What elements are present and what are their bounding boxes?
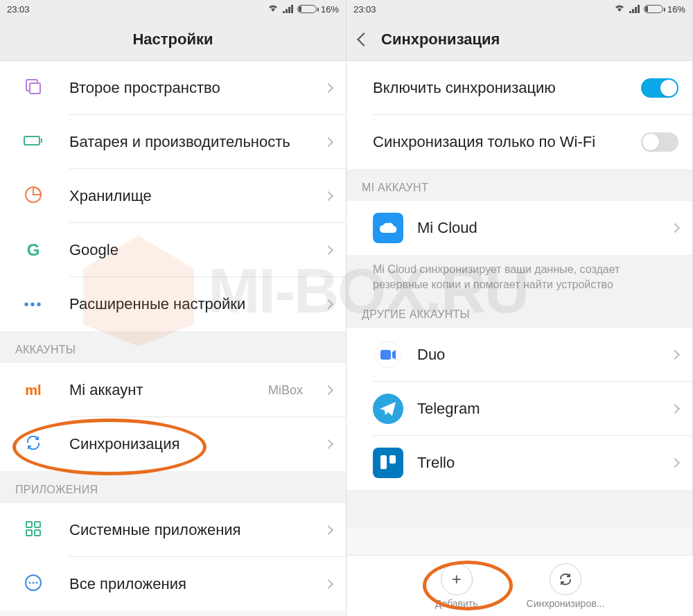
dots-circle-icon: [24, 574, 42, 595]
back-button[interactable]: [357, 33, 371, 46]
item-storage[interactable]: Хранилище: [0, 169, 346, 223]
toggle-wifi-only[interactable]: Синхронизация только по Wi-Fi: [346, 115, 692, 169]
add-account-button[interactable]: + Добавить: [435, 563, 478, 609]
svg-rect-17: [389, 455, 396, 464]
chevron-right-icon: [670, 223, 680, 233]
settings-screen: 23:03 16% Настройки Второе пространство: [0, 0, 346, 616]
signal-icon: [283, 5, 293, 13]
chevron-right-icon: [324, 439, 333, 449]
toggle-switch[interactable]: [641, 132, 678, 152]
item-second-space[interactable]: Второе пространство: [0, 61, 346, 115]
section-apps: ПРИЛОЖЕНИЯ: [0, 471, 346, 503]
wifi-icon: [267, 4, 279, 15]
svg-point-11: [33, 582, 35, 584]
page-title: Синхронизация: [381, 30, 500, 49]
status-bar: 23:03 16%: [346, 0, 692, 18]
item-label: Trello: [417, 453, 658, 473]
mi-logo-icon: ml: [25, 382, 41, 398]
item-duo[interactable]: Duo: [346, 328, 692, 382]
status-bar: 23:03 16%: [0, 0, 346, 18]
svg-rect-16: [380, 455, 387, 469]
item-battery[interactable]: Батарея и производительность: [0, 115, 346, 169]
item-google[interactable]: G Google: [0, 223, 346, 277]
toggle-enable-sync[interactable]: Включить синхронизацию: [346, 61, 692, 115]
trello-icon: [373, 448, 403, 478]
header: Настройки: [0, 18, 346, 61]
sync-icon: [550, 563, 581, 595]
wifi-icon: [614, 4, 625, 15]
battery-icon: [644, 5, 663, 13]
sync-icon: [24, 434, 42, 455]
chevron-right-icon: [324, 191, 333, 201]
item-label: Duo: [417, 345, 658, 364]
item-label: Все приложения: [69, 574, 308, 594]
item-label: Telegram: [417, 399, 658, 419]
item-label: Хранилище: [69, 186, 308, 206]
duo-icon: [373, 340, 403, 370]
status-time: 23:03: [353, 4, 376, 15]
item-advanced[interactable]: ••• Расширенные настройки: [0, 277, 346, 331]
chevron-right-icon: [324, 245, 333, 255]
chevron-right-icon: [670, 458, 680, 468]
more-icon: •••: [24, 297, 42, 313]
battery-icon: [297, 5, 317, 13]
mi-cloud-icon: [373, 213, 403, 243]
battery-pct: 16%: [321, 4, 339, 15]
settings-list[interactable]: Второе пространство Батарея и производит…: [0, 61, 346, 616]
item-label: Второе пространство: [69, 78, 308, 98]
status-time: 23:03: [7, 4, 30, 15]
chevron-right-icon: [324, 83, 333, 93]
bottom-action-bar: + Добавить Синхронизиров...: [346, 555, 693, 616]
svg-point-10: [29, 582, 31, 584]
item-system-apps[interactable]: Системные приложения: [0, 503, 346, 557]
google-icon: G: [27, 240, 40, 260]
item-mi-cloud[interactable]: Mi Cloud: [346, 201, 692, 255]
item-all-apps[interactable]: Все приложения: [0, 557, 346, 611]
item-telegram[interactable]: Telegram: [346, 382, 692, 436]
item-label: Синхронизация: [69, 434, 308, 454]
item-value: MiBox: [268, 383, 303, 398]
svg-rect-3: [41, 139, 42, 143]
add-label: Добавить: [435, 598, 478, 609]
chevron-right-icon: [324, 137, 333, 147]
storage-icon: [24, 186, 42, 206]
item-label: Включить синхронизацию: [373, 78, 641, 98]
header: Синхронизация: [346, 18, 692, 61]
section-other-accounts: ДРУГИЕ АККАУНТЫ: [346, 301, 692, 328]
page-title: Настройки: [132, 30, 213, 49]
item-label: Mi аккаунт: [69, 380, 252, 400]
svg-rect-1: [30, 83, 40, 94]
signal-icon: [629, 5, 640, 13]
item-label: Mi Cloud: [417, 218, 658, 238]
item-label: Батарея и производительность: [69, 132, 308, 152]
item-label: Расширенные настройки: [69, 294, 308, 314]
item-label: Системные приложения: [69, 520, 308, 540]
svg-rect-5: [26, 522, 32, 527]
sync-label: Синхронизиров...: [527, 598, 605, 609]
telegram-icon: [373, 394, 403, 424]
item-label: Google: [69, 240, 308, 260]
item-trello[interactable]: Trello: [346, 436, 692, 490]
svg-rect-6: [35, 522, 40, 527]
section-accounts: АККАУНТЫ: [0, 331, 346, 363]
chevron-right-icon: [324, 385, 333, 395]
svg-rect-8: [35, 530, 40, 536]
battery-pct: 16%: [667, 4, 685, 15]
toggle-switch[interactable]: [641, 78, 678, 98]
chevron-right-icon: [324, 579, 333, 589]
sync-now-button[interactable]: Синхронизиров...: [527, 563, 605, 609]
chevron-right-icon: [670, 404, 680, 414]
chevron-right-icon: [670, 350, 680, 360]
item-mi-account[interactable]: ml Mi аккаунт MiBox: [0, 363, 346, 417]
svg-point-12: [36, 582, 38, 584]
plus-icon: +: [441, 563, 473, 595]
second-space-icon: [24, 78, 42, 98]
sync-list[interactable]: Включить синхронизацию Синхронизация тол…: [346, 61, 692, 616]
sync-screen: 23:03 16% Синхронизация Включить синхрон…: [346, 0, 693, 616]
grid-icon: [25, 520, 42, 540]
mi-cloud-hint: Mi Cloud синхронизирует ваши данные, соз…: [346, 255, 692, 301]
item-sync[interactable]: Синхронизация: [0, 417, 346, 471]
svg-rect-7: [26, 530, 32, 536]
section-mi-account: MI АККАУНТ: [346, 169, 692, 201]
svg-rect-2: [24, 137, 40, 145]
